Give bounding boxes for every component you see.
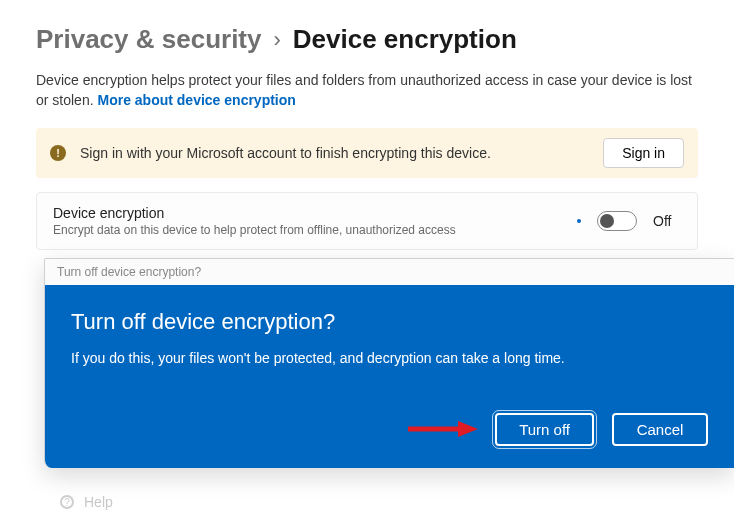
breadcrumb: Privacy & security › Device encryption: [36, 24, 698, 55]
dialog-message: If you do this, your files won't be prot…: [71, 349, 708, 369]
device-encryption-toggle[interactable]: [597, 211, 637, 231]
infobar-message: Sign in with your Microsoft account to f…: [80, 145, 589, 161]
confirm-dialog: Turn off device encryption? Turn off dev…: [44, 258, 734, 468]
page-title: Device encryption: [293, 24, 517, 55]
help-link[interactable]: ? Help: [60, 494, 113, 510]
setting-subtitle: Encrypt data on this device to help prot…: [53, 223, 561, 237]
setting-title: Device encryption: [53, 205, 561, 221]
chevron-right-icon: ›: [273, 27, 280, 53]
annotation-arrow-icon: [408, 419, 478, 439]
page-description: Device encryption helps protect your fil…: [36, 71, 698, 110]
turn-off-button[interactable]: Turn off: [495, 413, 594, 446]
help-icon: ?: [60, 495, 74, 509]
cancel-button[interactable]: Cancel: [612, 413, 708, 446]
dialog-heading: Turn off device encryption?: [71, 309, 708, 335]
sign-in-infobar: ! Sign in with your Microsoft account to…: [36, 128, 698, 178]
toggle-state-label: Off: [653, 213, 681, 229]
device-encryption-setting: Device encryption Encrypt data on this d…: [36, 192, 698, 250]
breadcrumb-parent[interactable]: Privacy & security: [36, 24, 261, 55]
warning-icon: !: [50, 145, 66, 161]
sign-in-button[interactable]: Sign in: [603, 138, 684, 168]
help-label: Help: [84, 494, 113, 510]
toggle-knob: [600, 214, 614, 228]
dialog-titlebar: Turn off device encryption?: [45, 259, 734, 285]
svg-marker-1: [458, 421, 478, 437]
learn-more-link[interactable]: More about device encryption: [97, 92, 295, 108]
status-dot-icon: [577, 219, 581, 223]
